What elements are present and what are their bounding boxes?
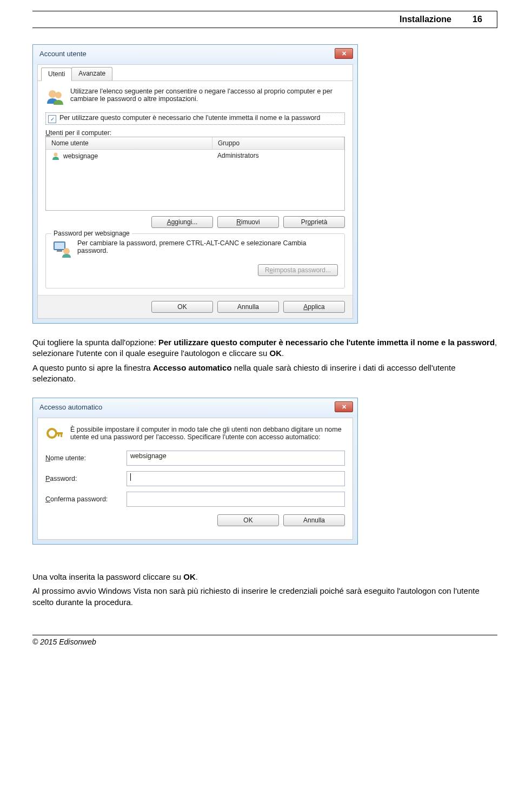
groupbox-text: Per cambiare la password, premere CTRL-A… — [77, 239, 338, 254]
password-input[interactable] — [127, 471, 345, 486]
svg-point-7 — [48, 429, 56, 438]
close-icon[interactable]: ✕ — [335, 48, 353, 59]
svg-point-1 — [55, 92, 62, 98]
checkbox-icon[interactable]: ✓ — [48, 115, 56, 123]
key-icon — [45, 426, 65, 445]
label-confirm: Conferma password: — [45, 495, 127, 503]
footer-divider — [32, 635, 497, 635]
ok-button[interactable]: OK — [151, 301, 213, 313]
paragraph-1: Qui togliere la spunta dall'opzione: Per… — [32, 337, 497, 359]
svg-rect-8 — [55, 432, 63, 434]
user-row-name: websignage — [63, 152, 98, 160]
user-row-group: Administrators — [212, 151, 344, 162]
page-number: 16 — [458, 11, 497, 28]
reset-password-button: Reimposta password... — [258, 264, 338, 276]
users-list-label: Utenti per il computer: — [45, 129, 345, 137]
paragraph-3: Una volta inserita la password cliccare … — [32, 572, 497, 582]
users-listview[interactable]: Nome utente Gruppo websignage Administra… — [45, 137, 345, 211]
svg-rect-4 — [55, 243, 64, 249]
properties-button[interactable]: Proprietà — [283, 216, 345, 228]
confirm-password-input[interactable] — [127, 492, 345, 507]
remove-button[interactable]: Rimuovi — [217, 216, 279, 228]
column-header-group[interactable]: Gruppo — [212, 137, 344, 149]
user-accounts-dialog: Account utente ✕ Utenti Avanzate Utilizz… — [32, 44, 358, 324]
users-icon — [45, 88, 65, 107]
tab-advanced[interactable]: Avanzate — [71, 67, 112, 80]
auto-access-dialog: Accesso automatico ✕ È possibile imposta… — [32, 398, 358, 545]
footer-copyright: © 2015 Edisonweb — [32, 637, 497, 657]
apply-button[interactable]: Applica — [283, 301, 345, 313]
dialog2-intro: È possibile impostare il computer in mod… — [70, 426, 345, 441]
ok-button[interactable]: OK — [217, 514, 279, 526]
cancel-button[interactable]: Annulla — [217, 301, 279, 313]
svg-rect-5 — [57, 250, 62, 252]
username-input[interactable]: websignage — [127, 451, 345, 466]
tab-users[interactable]: Utenti — [41, 68, 72, 81]
user-row-icon — [51, 152, 60, 160]
svg-rect-9 — [61, 434, 62, 437]
dialog2-title: Accesso automatico — [39, 403, 102, 411]
password-groupbox: Password per websignage Per cambiare la … — [45, 233, 345, 288]
groupbox-title: Password per websignage — [51, 230, 132, 237]
label-username: Nome utente: — [45, 454, 127, 462]
dialog-title: Account utente — [39, 50, 86, 58]
page-header-title: Installazione — [32, 11, 458, 28]
dialog-intro-text: Utilizzare l'elenco seguente per consent… — [70, 88, 345, 103]
svg-point-2 — [54, 153, 58, 157]
svg-rect-10 — [58, 434, 59, 437]
cancel-button[interactable]: Annulla — [283, 514, 345, 526]
column-header-name[interactable]: Nome utente — [46, 137, 212, 149]
paragraph-2: A questo punto si apre la finestra Acces… — [32, 363, 497, 385]
paragraph-4: Al prossimo avvio Windows Vista non sarà… — [32, 586, 497, 608]
checkbox-label: Per utilizzare questo computer è necessa… — [59, 114, 320, 122]
label-password: Password: — [45, 475, 127, 482]
svg-point-0 — [49, 90, 56, 98]
add-button[interactable]: Aggiungi... — [151, 216, 213, 228]
svg-point-6 — [63, 248, 70, 254]
table-row[interactable]: websignage Administrators — [46, 150, 344, 163]
monitor-user-icon — [52, 239, 72, 259]
close-icon[interactable]: ✕ — [335, 401, 353, 412]
require-login-checkbox-row[interactable]: ✓ Per utilizzare questo computer è neces… — [45, 112, 345, 125]
